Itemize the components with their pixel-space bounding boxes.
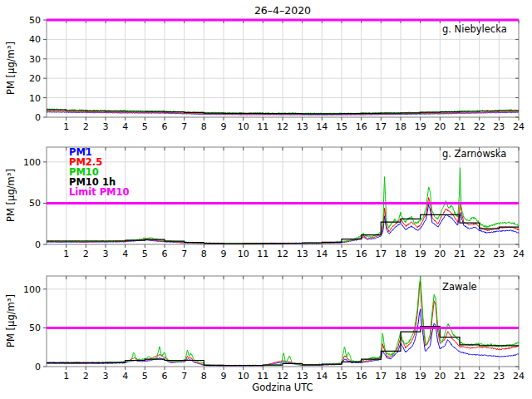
svg-text:11: 11 bbox=[257, 249, 268, 259]
svg-text:21: 21 bbox=[454, 371, 466, 382]
svg-text:5: 5 bbox=[142, 121, 148, 132]
charts-canvas: 1234567891011121314151617181920212223240… bbox=[0, 0, 532, 399]
svg-text:7: 7 bbox=[181, 121, 187, 132]
svg-text:18: 18 bbox=[395, 249, 406, 259]
svg-text:10: 10 bbox=[238, 371, 249, 382]
svg-text:15: 15 bbox=[336, 249, 347, 259]
y-axis-label-middle: PM [µg/m³] bbox=[5, 169, 17, 222]
svg-text:21: 21 bbox=[454, 249, 466, 259]
svg-text:4: 4 bbox=[122, 249, 128, 259]
svg-text:19: 19 bbox=[415, 371, 426, 382]
svg-text:20: 20 bbox=[434, 121, 446, 132]
y-axis-label-top: PM [µg/m³] bbox=[5, 42, 17, 95]
svg-text:12: 12 bbox=[277, 371, 288, 382]
svg-text:24: 24 bbox=[513, 371, 525, 382]
svg-text:8: 8 bbox=[201, 371, 207, 382]
svg-text:22: 22 bbox=[474, 121, 485, 132]
svg-text:4: 4 bbox=[122, 371, 128, 382]
svg-text:11: 11 bbox=[257, 121, 268, 132]
svg-text:5: 5 bbox=[142, 249, 148, 259]
svg-text:12: 12 bbox=[277, 249, 288, 259]
svg-text:5: 5 bbox=[142, 371, 148, 382]
svg-text:22: 22 bbox=[474, 371, 485, 382]
svg-text:23: 23 bbox=[493, 121, 505, 132]
svg-text:10: 10 bbox=[29, 93, 41, 104]
svg-text:100: 100 bbox=[23, 157, 41, 168]
svg-text:6: 6 bbox=[162, 249, 168, 259]
svg-text:15: 15 bbox=[336, 371, 347, 382]
svg-text:13: 13 bbox=[297, 121, 308, 132]
svg-text:40: 40 bbox=[29, 34, 41, 45]
svg-text:16: 16 bbox=[356, 121, 367, 132]
svg-text:15: 15 bbox=[336, 121, 347, 132]
svg-text:14: 14 bbox=[316, 371, 328, 382]
svg-text:3: 3 bbox=[103, 121, 109, 132]
svg-text:20: 20 bbox=[29, 73, 41, 84]
svg-text:13: 13 bbox=[297, 249, 308, 259]
chart-legend: PM1 PM2.5 PM10 PM10 1h Limit PM10 bbox=[69, 147, 130, 197]
svg-text:1: 1 bbox=[63, 121, 69, 132]
svg-text:14: 14 bbox=[316, 121, 328, 132]
svg-text:7: 7 bbox=[181, 371, 187, 382]
svg-text:19: 19 bbox=[415, 249, 426, 259]
svg-text:24: 24 bbox=[513, 249, 525, 259]
svg-text:0: 0 bbox=[35, 362, 41, 372]
pm-dashboard-figure: 1234567891011121314151617181920212223240… bbox=[0, 0, 532, 399]
svg-text:17: 17 bbox=[375, 121, 387, 132]
svg-text:0: 0 bbox=[35, 239, 41, 250]
svg-text:7: 7 bbox=[181, 249, 187, 259]
svg-text:9: 9 bbox=[221, 121, 227, 132]
svg-text:18: 18 bbox=[395, 121, 406, 132]
svg-text:8: 8 bbox=[201, 249, 207, 259]
svg-text:16: 16 bbox=[356, 249, 367, 259]
svg-text:50: 50 bbox=[29, 15, 41, 26]
svg-text:9: 9 bbox=[221, 249, 227, 259]
figure-title: 26–4–2020 bbox=[47, 4, 519, 17]
svg-text:100: 100 bbox=[23, 284, 41, 295]
y-axis-label-bottom: PM [µg/m³] bbox=[5, 294, 17, 347]
site-label-niebylecka: g. Niebylecka bbox=[442, 23, 507, 35]
site-label-zawale: Zawale bbox=[442, 281, 477, 293]
svg-text:6: 6 bbox=[162, 121, 168, 132]
svg-text:23: 23 bbox=[493, 371, 505, 382]
svg-text:16: 16 bbox=[356, 371, 367, 382]
svg-text:2: 2 bbox=[83, 249, 89, 259]
svg-text:19: 19 bbox=[415, 121, 426, 132]
svg-text:12: 12 bbox=[277, 121, 288, 132]
svg-text:9: 9 bbox=[221, 371, 227, 382]
svg-text:10: 10 bbox=[238, 121, 249, 132]
svg-text:8: 8 bbox=[201, 121, 207, 132]
svg-text:30: 30 bbox=[29, 54, 41, 65]
svg-text:17: 17 bbox=[375, 371, 387, 382]
svg-text:17: 17 bbox=[375, 249, 387, 259]
svg-text:21: 21 bbox=[454, 121, 466, 132]
svg-text:11: 11 bbox=[257, 371, 268, 382]
svg-text:20: 20 bbox=[434, 371, 446, 382]
svg-text:4: 4 bbox=[122, 121, 128, 132]
svg-text:2: 2 bbox=[83, 371, 89, 382]
svg-text:10: 10 bbox=[238, 249, 249, 259]
svg-text:2: 2 bbox=[83, 121, 89, 132]
svg-text:3: 3 bbox=[103, 371, 109, 382]
svg-text:18: 18 bbox=[395, 371, 406, 382]
svg-text:6: 6 bbox=[162, 371, 168, 382]
svg-text:3: 3 bbox=[103, 249, 109, 259]
svg-text:50: 50 bbox=[29, 198, 41, 209]
svg-text:1: 1 bbox=[63, 371, 69, 382]
svg-text:23: 23 bbox=[493, 249, 505, 259]
svg-text:20: 20 bbox=[434, 249, 446, 259]
svg-text:13: 13 bbox=[297, 371, 308, 382]
svg-text:1: 1 bbox=[63, 249, 69, 259]
svg-text:50: 50 bbox=[29, 323, 41, 333]
svg-text:22: 22 bbox=[474, 249, 485, 259]
svg-text:24: 24 bbox=[513, 121, 525, 132]
legend-item-limit: Limit PM10 bbox=[69, 187, 130, 197]
site-label-zarnowska: g. Zarnowska bbox=[442, 148, 506, 160]
x-axis-label: Godzina UTC bbox=[47, 382, 519, 393]
svg-text:14: 14 bbox=[316, 249, 328, 259]
svg-text:0: 0 bbox=[35, 112, 41, 123]
